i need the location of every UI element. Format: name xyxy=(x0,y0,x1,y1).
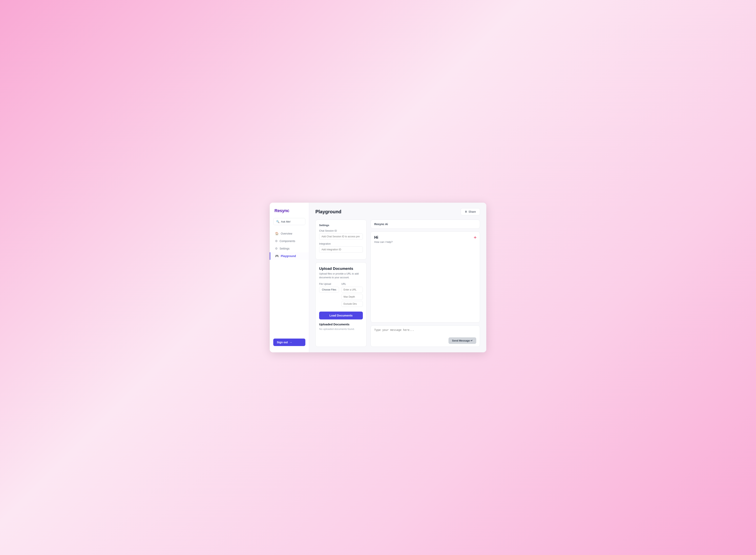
send-message-label: Send Message ↵ xyxy=(452,339,473,342)
left-panel: Settings Chat Session ID Integration Upl… xyxy=(315,220,367,347)
sidebar-item-settings[interactable]: ⚙ Settings xyxy=(270,245,309,252)
chat-panel: Resync Ai Hi How can I help? + Send Mess… xyxy=(370,220,480,347)
chat-session-id-input[interactable] xyxy=(319,233,363,240)
main-area: Playground ⬆ Share Settings Chat Session… xyxy=(309,203,486,352)
share-icon: ⬆ xyxy=(465,210,467,213)
choose-files-button[interactable]: Choose Files xyxy=(319,287,339,293)
chat-header-card: Resync Ai xyxy=(370,220,480,229)
chat-input-card: Send Message ↵ xyxy=(370,325,480,347)
app-container: Resync 🔍 Ask Me! 🏠 Overview ⚙ Components… xyxy=(270,203,486,352)
sidebar: Resync 🔍 Ask Me! 🏠 Overview ⚙ Components… xyxy=(270,203,309,352)
chat-message-input[interactable] xyxy=(374,328,476,335)
signout-icon: → xyxy=(290,341,292,344)
sidebar-item-label: Overview xyxy=(281,232,292,235)
send-message-button[interactable]: Send Message ↵ xyxy=(448,337,476,344)
ask-me-label: Ask Me! xyxy=(281,220,291,223)
components-icon: ⚙ xyxy=(275,239,278,243)
sidebar-item-overview[interactable]: 🏠 Overview xyxy=(270,230,309,237)
max-depth-input[interactable] xyxy=(341,294,363,300)
signout-label: Sign out xyxy=(277,341,288,344)
chat-messages-card: Hi How can I help? + xyxy=(370,231,480,323)
content-grid: Settings Chat Session ID Integration Upl… xyxy=(315,220,480,347)
sidebar-item-label: Playground xyxy=(281,254,296,258)
integration-group: Integration xyxy=(319,243,363,253)
url-column: URL xyxy=(341,283,363,308)
main-header: Playground ⬆ Share xyxy=(315,208,480,215)
integration-label: Integration xyxy=(319,243,363,245)
file-upload-column: File Upload Choose Files xyxy=(319,283,339,308)
url-input[interactable] xyxy=(341,287,363,293)
settings-icon: ⚙ xyxy=(275,247,278,250)
exclude-dirs-input[interactable] xyxy=(341,301,363,307)
playground-icon: 🎮 xyxy=(275,254,279,258)
upload-documents-card: Upload Documents Upload files or provide… xyxy=(315,262,367,347)
home-icon: 🏠 xyxy=(275,232,279,236)
sidebar-spacer xyxy=(270,260,309,339)
ask-me-button[interactable]: 🔍 Ask Me! xyxy=(273,218,305,225)
no-documents-text: No uploaded documents found. xyxy=(319,328,363,331)
load-documents-button[interactable]: Load Documents xyxy=(319,311,363,319)
upload-documents-description: Upload files or provide a URL to add doc… xyxy=(319,272,363,280)
chat-new-button[interactable]: + xyxy=(474,235,477,240)
sidebar-nav: 🏠 Overview ⚙ Components ⚙ Settings 🎮 Pla… xyxy=(270,230,309,260)
file-upload-label: File Upload xyxy=(319,283,339,285)
sidebar-item-playground[interactable]: 🎮 Playground xyxy=(270,252,309,260)
upload-documents-title: Upload Documents xyxy=(319,266,363,271)
sidebar-item-label: Components xyxy=(279,240,295,243)
chat-session-id-group: Chat Session ID xyxy=(319,229,363,240)
chat-subgreeting: How can I help? xyxy=(374,241,476,244)
page-title: Playground xyxy=(315,209,341,214)
upload-columns: File Upload Choose Files URL xyxy=(319,283,363,308)
uploaded-documents-title: Uploaded Documents xyxy=(319,323,363,326)
search-icon: 🔍 xyxy=(276,220,279,223)
sidebar-logo: Resync xyxy=(270,208,309,218)
settings-card: Settings Chat Session ID Integration xyxy=(315,220,367,260)
settings-section-label: Settings xyxy=(319,224,363,227)
integration-input[interactable] xyxy=(319,246,363,253)
sidebar-item-components[interactable]: ⚙ Components xyxy=(270,237,309,245)
sidebar-item-label: Settings xyxy=(279,247,290,250)
chat-session-id-label: Chat Session ID xyxy=(319,229,363,232)
chat-greeting: Hi xyxy=(374,235,476,240)
url-column-label: URL xyxy=(341,283,363,285)
share-button[interactable]: ⬆ Share xyxy=(461,208,480,215)
signout-button[interactable]: Sign out → xyxy=(273,339,305,346)
share-label: Share xyxy=(469,210,476,213)
